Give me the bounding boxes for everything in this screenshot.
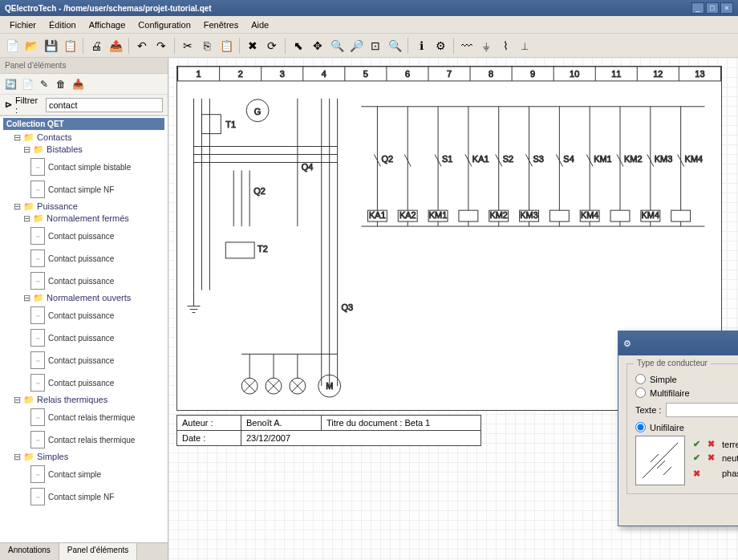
prop-phase[interactable]: ✖phase 2 — [693, 466, 738, 481]
open-button[interactable]: 📂 — [22, 37, 40, 55]
x-icon: ✖ — [708, 439, 717, 449]
save-as-button[interactable]: 📋 — [61, 37, 79, 55]
conductor-tool-4[interactable]: ⟂ — [516, 37, 533, 55]
svg-text:KM4: KM4 — [642, 210, 660, 220]
radio-multi[interactable]: Multifilaire — [635, 388, 738, 398]
print-button[interactable]: 🖨 — [87, 37, 105, 55]
tree-item[interactable]: ⎓Contact simple — [3, 463, 164, 485]
tree-category[interactable]: ⊟ 📁 Contacts — [3, 132, 164, 144]
svg-line-123 — [663, 467, 671, 475]
author-key: Auteur : — [177, 416, 241, 430]
zoom-reset-button[interactable]: 🔍 — [386, 37, 403, 55]
toolbar: 📄 📂 💾 📋 🖨 📤 ↶ ↷ ✂ ⎘ 📋 ✖ ⟳ ⬉ ✥ 🔍 🔎 ⊡ 🔍 ℹ … — [0, 34, 738, 58]
refresh-icon[interactable]: 🔄 — [3, 77, 18, 91]
svg-rect-70 — [459, 210, 478, 221]
tree-item[interactable]: ⎓Contact simple NF — [3, 178, 164, 201]
close-button[interactable]: × — [720, 2, 733, 14]
import-element-icon[interactable]: 📥 — [71, 77, 85, 91]
redo-button[interactable]: ↷ — [152, 37, 170, 55]
tab-annotations[interactable]: Annotations — [0, 543, 59, 560]
x-icon: ✖ — [693, 469, 703, 479]
window-buttons: _ □ × — [691, 2, 733, 14]
delete-element-icon[interactable]: 🗑 — [54, 77, 68, 91]
undo-button[interactable]: ↶ — [133, 37, 151, 55]
menu-fenetres[interactable]: Fenêtres — [197, 18, 245, 31]
tab-panel-elements[interactable]: Panel d'éléments — [59, 543, 137, 560]
tree-item[interactable]: ⎓Contact relais thermique — [3, 428, 164, 451]
new-button[interactable]: 📄 — [3, 37, 21, 55]
svg-rect-84 — [549, 210, 569, 221]
sidebar: Panel d'éléments 🔄 📄 ✎ 🗑 📥 ⊳ Filtrer : C… — [0, 58, 168, 560]
tree-category[interactable]: ⊟ 📁 Puissance — [3, 201, 164, 213]
filter-input[interactable] — [46, 98, 163, 112]
tree-item[interactable]: ⎓Contact simple NF — [3, 485, 164, 508]
maximize-button[interactable]: □ — [706, 2, 719, 14]
tree-subcategory[interactable]: ⊟ 📁 Bistables — [3, 144, 164, 156]
tree-category[interactable]: ⊟ 📁 Simples — [3, 451, 164, 463]
svg-text:6: 6 — [405, 69, 410, 79]
cut-button[interactable]: ✂ — [179, 37, 197, 55]
conductor-tool-3[interactable]: ⌇ — [497, 37, 514, 55]
element-tree[interactable]: Collection QET ⊟ 📁 Contacts⊟ 📁 Bistables… — [0, 116, 168, 542]
tree-item[interactable]: ⎓Contact puissance — [3, 225, 164, 247]
window-title: QElectroTech - /home/user/schemas/projet… — [5, 4, 691, 13]
svg-text:5: 5 — [363, 69, 368, 79]
author-val: Benoît A. — [241, 416, 322, 430]
tree-category[interactable]: ⊟ 📁 Relais thermiques — [3, 394, 164, 406]
doc-title: Titre du document : Beta 1 — [322, 416, 481, 430]
conductor-tool-1[interactable]: 〰 — [458, 37, 476, 55]
group-title: Type de conducteur — [634, 359, 711, 367]
zoom-out-button[interactable]: 🔎 — [347, 37, 365, 55]
prop-terre[interactable]: ✔✖terre — [693, 439, 738, 449]
tree-root[interactable]: Collection QET — [3, 118, 164, 130]
zoom-in-button[interactable]: 🔍 — [328, 37, 346, 55]
tree-item[interactable]: ⎓Contact puissance — [3, 349, 164, 371]
tree-item[interactable]: ⎓Contact puissance — [3, 247, 164, 270]
filter-label: Filtrer : — [15, 95, 43, 115]
x-icon: ✖ — [708, 452, 717, 463]
tree-item[interactable]: ⎓Contact puissance — [3, 270, 164, 292]
conductor-tool-2[interactable]: ⏚ — [477, 37, 495, 55]
menu-edition[interactable]: Édition — [43, 18, 83, 31]
export-button[interactable]: 📤 — [107, 37, 124, 55]
rotate-button[interactable]: ⟳ — [263, 37, 281, 55]
new-element-icon[interactable]: 📄 — [20, 77, 34, 91]
delete-button[interactable]: ✖ — [244, 37, 262, 55]
radio-uni[interactable]: Unifilaire — [635, 422, 738, 432]
select-tool[interactable]: ⬉ — [290, 37, 307, 55]
about-button[interactable]: ℹ — [412, 37, 430, 55]
save-button[interactable]: 💾 — [42, 37, 59, 55]
tree-item[interactable]: ⎓Contact puissance — [3, 304, 164, 327]
tree-item[interactable]: ⎓Contact simple bistable — [3, 156, 164, 178]
canvas[interactable]: 12345678910111213 G T1 Q4 Q2 T2 M Q3 — [168, 58, 738, 560]
prop-neutre[interactable]: ✔✖neutre — [693, 452, 738, 463]
tree-item[interactable]: ⎓Contact puissance — [3, 327, 164, 349]
svg-text:KA1: KA1 — [472, 154, 489, 164]
minimize-button[interactable]: _ — [691, 2, 704, 14]
svg-text:S1: S1 — [442, 154, 452, 164]
move-tool[interactable]: ✥ — [309, 37, 326, 55]
radio-simple[interactable]: Simple — [635, 374, 738, 384]
menu-configuration[interactable]: Configuration — [132, 18, 197, 31]
svg-line-122 — [657, 461, 665, 469]
svg-text:Q3: Q3 — [342, 302, 354, 312]
svg-text:M: M — [326, 381, 333, 391]
tree-item[interactable]: ⎓Contact relais thermique — [3, 406, 164, 428]
tree-item[interactable]: ⎓Contact puissance — [3, 371, 164, 394]
tree-subcategory[interactable]: ⊟ 📁 Normalement ouverts — [3, 292, 164, 304]
bottom-tabs: Annotations Panel d'éléments — [0, 542, 168, 560]
paste-button[interactable]: 📋 — [217, 37, 235, 55]
svg-text:2: 2 — [238, 69, 243, 79]
menu-fichier[interactable]: Fichier — [3, 18, 43, 31]
svg-text:7: 7 — [447, 69, 452, 79]
tree-subcategory[interactable]: ⊟ 📁 Normalement fermés — [3, 213, 164, 225]
copy-button[interactable]: ⎘ — [198, 37, 216, 55]
edit-element-icon[interactable]: ✎ — [37, 77, 51, 91]
dialog-titlebar[interactable]: ⚙ Éditer les propriétés d'un conducteur — [618, 331, 738, 355]
conductor-text-input[interactable] — [666, 403, 738, 417]
check-icon: ✔ — [693, 452, 703, 463]
config-button[interactable]: ⚙ — [432, 37, 449, 55]
zoom-fit-button[interactable]: ⊡ — [367, 37, 384, 55]
menu-affichage[interactable]: Affichage — [83, 18, 132, 31]
menu-aide[interactable]: Aide — [245, 18, 275, 31]
